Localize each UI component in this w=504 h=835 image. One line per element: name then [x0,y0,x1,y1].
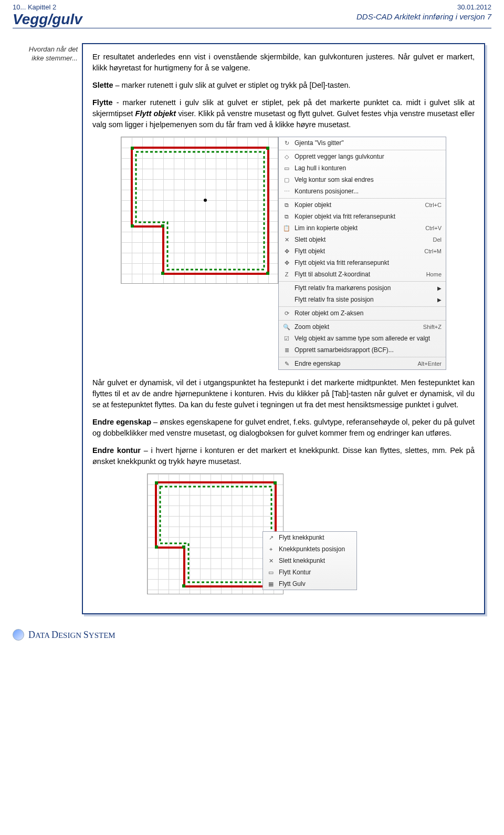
menu-main-item-18[interactable]: ✎Endre egenskapAlt+Enter [279,357,446,369]
content-row: Hvordan når det ikke stemmer... Er resul… [19,43,485,614]
svg-rect-5 [161,224,164,228]
menu-main-icon-4: ⋯ [282,187,291,195]
menu-main-icon-5: ⧉ [282,201,291,209]
menu-main-item-16[interactable]: ☑Velg objekt av samme type som allerede … [279,333,446,344]
menu-main-icon-3: ▢ [282,176,291,184]
menu-main-icon-0: ↻ [282,139,291,147]
section-title: Vegg/gulv [13,12,82,27]
menu-main-icon-1: ◇ [282,152,291,161]
svg-rect-2 [266,147,269,150]
svg-rect-1 [131,147,134,150]
menu-main-icon-14: ⟳ [282,309,291,317]
menu-main-label-14: Roter objekt om Z-aksen [295,310,442,317]
context-menu-main[interactable]: ↻Gjenta "Vis gitter"◇Opprett vegger lang… [278,137,446,370]
menu-main-label-0: Gjenta "Vis gitter" [295,139,442,147]
menu-knekk-item-1[interactable]: ⌖Knekkpunktets posisjon [263,543,356,555]
menu-main-item-1[interactable]: ◇Opprett vegger langs gulvkontur [279,150,446,162]
figure-context-menu-main: ↻Gjenta "Vis gitter"◇Opprett vegger lang… [121,137,446,370]
menu-main-item-2[interactable]: ▭Lag hull i konturen [279,162,446,174]
svg-rect-3 [266,272,269,275]
paragraph-slette: Slette – marker rutenett i gulv slik at … [92,80,475,91]
margin-note: Hvordan når det ikke stemmer... [19,45,78,63]
text-slette: – marker rutenett i gulv slik at gulvet … [113,81,351,89]
menu-main-item-3[interactable]: ▢Velg kontur som skal endres [279,174,446,185]
menu-main-item-15[interactable]: 🔍Zoom objektShift+Z [279,320,446,333]
menu-main-icon-12 [282,284,291,292]
menu-knekk-item-0[interactable]: ↗Flytt knekkpunkt [263,532,356,543]
paragraph-flytte: Flytte - marker rutenett i gulv slik at … [92,97,475,130]
menu-main-label-10: Flytt objekt via fritt referansepunkt [295,259,442,266]
term-slette: Slette [92,81,113,89]
menu-main-label-12: Flytt relativ fra markørens posisjon [295,284,433,292]
svg-rect-10 [182,584,185,587]
menu-main-item-10[interactable]: ✥Flytt objekt via fritt referansepunkt [279,257,446,269]
menu-main-shortcut-8: Del [433,236,442,243]
menu-main-item-8[interactable]: ✕Slett objektDel [279,234,446,245]
cad-canvas-main [121,137,278,284]
menu-main-label-16: Velg objekt av samme type som allerede e… [295,335,442,342]
menu-knekk-item-2[interactable]: ✕Slett knekkpunkt [263,555,356,566]
content-frame: Er resultatet anderledes enn vist i oven… [82,43,485,614]
menu-knekk-item-3[interactable]: ▭Flytt Kontur [263,566,356,578]
paragraph-intro: Er resultatet anderledes enn vist i oven… [92,51,475,74]
menu-knekk-item-4[interactable]: ▦Flytt Gulv [263,578,356,590]
menu-main-shortcut-15: Shift+Z [423,324,442,330]
menu-main-icon-18: ✎ [282,359,291,368]
menu-main-item-13[interactable]: Flytt relativ fra siste posisjon▶ [279,294,446,305]
menu-main-item-14[interactable]: ⟳Roter objekt om Z-aksen [279,306,446,319]
term-endre-kontur: Endre kontur [92,446,141,455]
menu-main-icon-17: ≣ [282,346,291,354]
menu-main-label-5: Kopier objekt [295,201,421,209]
menu-knekk-label-3: Flytt Kontur [279,569,352,576]
menu-main-item-6[interactable]: ⧉Kopier objekt via fritt referansepunkt [279,211,446,222]
figure-context-menu-knekk: ↗Flytt knekkpunkt⌖Knekkpunktets posisjon… [147,473,420,594]
menu-main-icon-15: 🔍 [282,323,291,331]
menu-main-icon-13 [282,295,291,304]
svg-point-0 [204,199,207,202]
paragraph-endre-egenskap: Endre egenskap – ønskes egenskapene for … [92,417,475,439]
menu-knekk-icon-4: ▦ [266,580,276,588]
menu-main-item-0[interactable]: ↻Gjenta "Vis gitter" [279,137,446,149]
footer-brand: DATA DESIGN SYSTEM [28,630,116,641]
paragraph-dynamic: Når gulvet er dynamisk, vil det i utgang… [92,377,475,410]
menu-main-icon-8: ✕ [282,235,291,244]
menu-main-item-9[interactable]: ✥Flytt objektCtrl+M [279,245,446,257]
svg-rect-7 [155,481,158,484]
svg-rect-12 [155,545,158,549]
menu-knekk-icon-3: ▭ [266,568,276,576]
menu-main-label-8: Slett objekt [295,236,428,243]
menu-main-icon-6: ⧉ [282,212,291,221]
header-rule [13,28,491,28]
menu-main-label-3: Velg kontur som skal endres [295,176,442,183]
menu-main-icon-9: ✥ [282,247,291,255]
menu-main-item-17[interactable]: ≣Opprett samarbeidsrapport (BCF)... [279,344,446,356]
menu-knekk-icon-0: ↗ [266,533,276,542]
menu-main-label-1: Opprett vegger langs gulvkontur [295,153,442,160]
menu-main-item-7[interactable]: 📋Lim inn kopierte objektCtrl+V [279,222,446,234]
menu-main-icon-2: ▭ [282,164,291,172]
menu-main-label-4: Konturens posisjoner... [295,188,442,195]
menu-main-item-11[interactable]: ZFlytt til absolutt Z-koordinatHome [279,269,446,280]
menu-main-icon-10: ✥ [282,259,291,267]
header-date: 30.01.2012 [457,3,491,11]
context-menu-knekk[interactable]: ↗Flytt knekkpunkt⌖Knekkpunktets posisjon… [262,531,357,590]
menu-main-shortcut-18: Alt+Enter [417,360,442,367]
menu-knekk-label-0: Flytt knekkpunkt [279,534,352,541]
term-flytte: Flytte [92,98,113,107]
svg-rect-8 [274,481,277,484]
menu-main-shortcut-9: Ctrl+M [424,248,442,254]
menu-main-label-17: Opprett samarbeidsrapport (BCF)... [295,346,442,354]
menu-main-label-7: Lim inn kopierte objekt [295,224,421,232]
submenu-arrow-icon: ▶ [437,297,442,303]
menu-knekk-label-2: Slett knekkpunkt [279,557,352,564]
menu-main-item-12[interactable]: Flytt relativ fra markørens posisjon▶ [279,281,446,294]
floor-outline-svg [121,137,278,284]
menu-main-label-18: Endre egenskap [295,360,413,367]
margin-note-column: Hvordan når det ikke stemmer... [19,43,82,614]
dds-logo-icon [13,629,24,641]
menu-main-icon-7: 📋 [282,224,291,232]
menu-main-label-6: Kopier objekt via fritt referansepunkt [295,213,442,220]
menu-main-item-5[interactable]: ⧉Kopier objektCtrl+C [279,198,446,211]
menu-main-item-4[interactable]: ⋯Konturens posisjoner... [279,185,446,197]
product-name: DDS-CAD Arkitekt innføring i versjon 7 [356,12,491,21]
